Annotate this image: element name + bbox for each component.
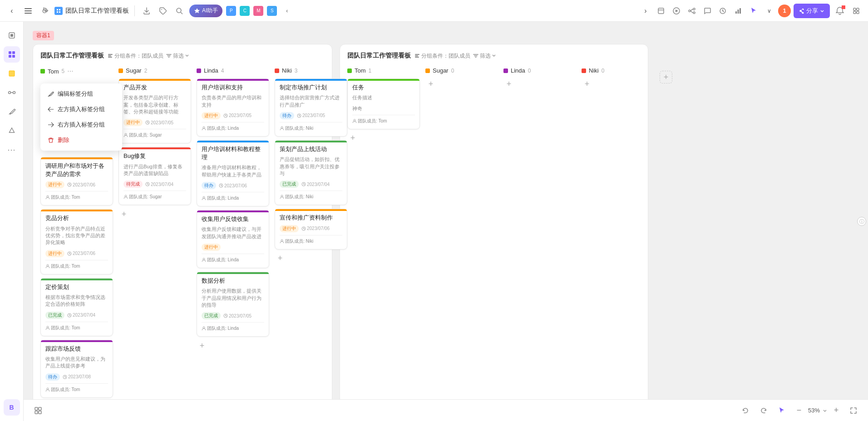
- svg-rect-67: [35, 407, 38, 410]
- card-linda-data[interactable]: 数据分析 分析用户使用数据，提供关于产品应用情况和用户行为的指导 已完成 202…: [197, 272, 269, 337]
- card-niki-launch[interactable]: 策划产品上线活动 产品促销活动，如折扣、优惠券等，吸引用户关注投参与 已完成 2…: [275, 140, 347, 205]
- tag-icon[interactable]: [157, 5, 169, 17]
- svg-marker-10: [194, 8, 200, 13]
- niki-dot-right: [582, 69, 586, 73]
- expand-icon[interactable]: [850, 5, 863, 17]
- menu-delete[interactable]: 删除: [40, 132, 122, 148]
- add-sugar-right-card[interactable]: +: [425, 78, 436, 89]
- card-bar: [41, 279, 113, 280]
- svg-rect-35: [108, 54, 113, 55]
- menu-insert-left[interactable]: 左方插入标签分组: [40, 102, 122, 117]
- undo-btn[interactable]: [738, 403, 753, 418]
- svg-rect-20: [740, 8, 741, 14]
- column-header-tom: Tom 5 ···: [40, 67, 113, 75]
- chevron-left-icon[interactable]: ‹: [281, 5, 293, 17]
- sidebar-shape[interactable]: [4, 122, 20, 139]
- add-linda-right-card[interactable]: +: [503, 78, 514, 89]
- svg-point-58: [281, 127, 283, 128]
- chart-icon[interactable]: [732, 5, 745, 17]
- sidebar-plugin-b[interactable]: B: [4, 399, 20, 416]
- sync-icon[interactable]: [38, 5, 51, 17]
- filter-left[interactable]: 筛选: [166, 52, 189, 60]
- add-column-right-btn[interactable]: +: [660, 71, 672, 83]
- cursor-tool-btn[interactable]: [774, 403, 789, 418]
- svg-rect-26: [10, 34, 13, 37]
- right-board-header: 团队日常工作管理看板 分组条件：团队成员 筛选: [347, 52, 641, 60]
- card-sugar-product[interactable]: 产品开发 开发各类型产品的可行方案，包括备忘录创建、标签、分类和超链接等功能 进…: [118, 78, 191, 143]
- board-columns-left: Tom 5 ··· 编辑标签分组 左方插入: [40, 67, 325, 412]
- card-tom-task[interactable]: 任务 任务描述 神奇 团队成员: Tom: [347, 78, 420, 129]
- cursor-icon[interactable]: [747, 5, 760, 17]
- card-niki-promotion[interactable]: 宣传和推广资料制作 进行中 2023/07/06: [275, 209, 347, 249]
- user-avatar[interactable]: 1: [778, 5, 791, 17]
- canvas-area: 容器1 团队日常工作管理看板 分组条件：团队成员 筛选: [24, 22, 868, 421]
- left-sidebar: ··· B: [0, 22, 24, 421]
- card-linda-materials[interactable]: 用户培训材料和教程整理 准备用户培训材料和教程，帮助用户快速上手各类产品 待办 …: [197, 140, 269, 206]
- plugin-icon-2[interactable]: C: [240, 6, 250, 16]
- flow-icon[interactable]: [686, 5, 698, 17]
- card-tom-pricing[interactable]: 定价策划 根据市场需求和竞争情况选定合适的价格矩阵 已完成 2023/07/04: [40, 278, 113, 336]
- back-button[interactable]: ‹: [5, 5, 18, 17]
- svg-rect-29: [9, 55, 11, 58]
- card-bar: [41, 157, 113, 159]
- menu-edit-tag[interactable]: 编辑标签分组: [40, 86, 122, 102]
- sidebar-cursor-tool[interactable]: [4, 27, 20, 44]
- chevron-down-icon[interactable]: ∨: [763, 5, 775, 17]
- plugin-icon-1[interactable]: P: [226, 6, 236, 16]
- share-button[interactable]: 分享: [794, 4, 830, 18]
- sidebar-connect[interactable]: [4, 84, 20, 101]
- search-icon[interactable]: [173, 5, 186, 17]
- card-niki-plan[interactable]: 制定市场推广计划 选择结合的宣营推广方式进行产品推广 待办 2023/07/05: [275, 78, 347, 137]
- svg-rect-64: [415, 55, 418, 56]
- card-sugar-bug[interactable]: Bug修复 进行产品Bug排查，修复各类产品的遗留缺陷品 待完成 2023/07…: [118, 147, 191, 205]
- toolbar-right: › ∨ 1 分享: [639, 4, 863, 18]
- group-by-left[interactable]: 分组条件：团队成员: [108, 52, 163, 60]
- chat-icon[interactable]: [701, 5, 714, 17]
- group-by-right[interactable]: 分组条件：团队成员: [414, 52, 470, 60]
- tom-dot-right: [347, 69, 352, 73]
- add-tom-right-card[interactable]: +: [347, 133, 358, 144]
- right-arrow-icon[interactable]: ›: [639, 5, 652, 17]
- add-linda-card[interactable]: +: [197, 340, 207, 351]
- clock-icon[interactable]: [716, 5, 729, 17]
- card-tom-tracking[interactable]: 跟踪市场反馈 收集用户的意见和建议，为产品上线提供参考 待办 2023/07/0…: [40, 340, 113, 398]
- download-icon[interactable]: [140, 5, 153, 17]
- card-bar: [119, 79, 191, 81]
- card-bar: [275, 209, 347, 211]
- svg-point-60: [281, 195, 283, 197]
- info-circle[interactable]: ⓘ: [857, 217, 866, 226]
- card-tom-competitive[interactable]: 竞品分析 分析竞争对手的产品特点近优劣势，找出竞争产品的差异化策略 进行中 20…: [40, 209, 113, 274]
- sidebar-more[interactable]: ···: [4, 142, 20, 158]
- plugin-icon-3[interactable]: M: [253, 6, 263, 16]
- play-icon[interactable]: [670, 5, 683, 17]
- template-icon[interactable]: [655, 5, 667, 17]
- tom-more-btn[interactable]: ···: [67, 67, 73, 75]
- ai-button[interactable]: AI助手: [189, 5, 222, 17]
- notification-bell[interactable]: [833, 4, 847, 18]
- filter-right[interactable]: 筛选: [473, 52, 496, 60]
- grid-view-btn[interactable]: [31, 403, 45, 418]
- add-niki-card[interactable]: +: [275, 253, 286, 264]
- card-linda-feedback[interactable]: 收集用户反馈收集 收集用户反馈和建议，与开发团队沟通并推动产品改进 进行中 团队…: [197, 210, 269, 268]
- container-label: 容器1: [33, 31, 54, 40]
- zoom-in-btn[interactable]: +: [830, 404, 843, 417]
- card-linda-training[interactable]: 用户培训和支持 负责各类产品的用户培训和支持 进行中 2023/07/05: [197, 78, 269, 137]
- svg-point-33: [13, 92, 15, 94]
- redo-btn[interactable]: [756, 403, 771, 418]
- sidebar-grid[interactable]: [4, 46, 20, 63]
- sidebar-sticky[interactable]: [4, 65, 20, 82]
- menu-insert-right[interactable]: 右方插入标签分组: [40, 117, 122, 132]
- svg-rect-30: [12, 55, 15, 58]
- svg-rect-1: [25, 10, 32, 11]
- add-niki-right-card[interactable]: +: [582, 78, 592, 89]
- sidebar-pen[interactable]: [4, 103, 20, 120]
- menu-button[interactable]: [22, 5, 35, 17]
- svg-rect-37: [108, 57, 112, 58]
- zoom-out-btn[interactable]: −: [793, 404, 805, 417]
- expand-canvas-btn[interactable]: [846, 403, 861, 418]
- plugin-icon-4[interactable]: S: [267, 6, 277, 16]
- column-sugar-right: Sugar 0 +: [425, 67, 498, 89]
- card-tom-research[interactable]: 调研用户和市场对于各类产品的需求 进行中 2023/07/06: [40, 157, 113, 206]
- add-column-right[interactable]: +: [660, 67, 672, 83]
- add-sugar-card[interactable]: +: [118, 209, 129, 220]
